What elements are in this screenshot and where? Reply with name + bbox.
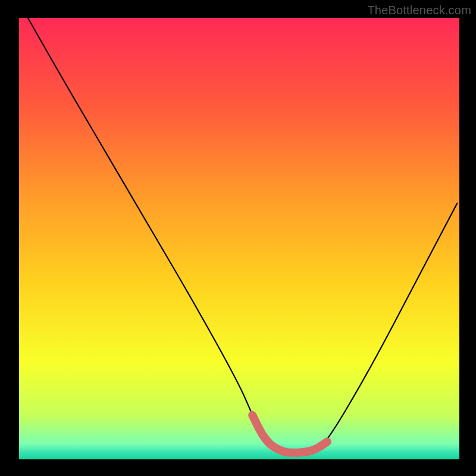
watermark-text: TheBottleneck.com [367,4,471,17]
bottleneck-chart [0,0,476,476]
plot-area [19,18,459,459]
chart-container: TheBottleneck.com [0,0,476,476]
